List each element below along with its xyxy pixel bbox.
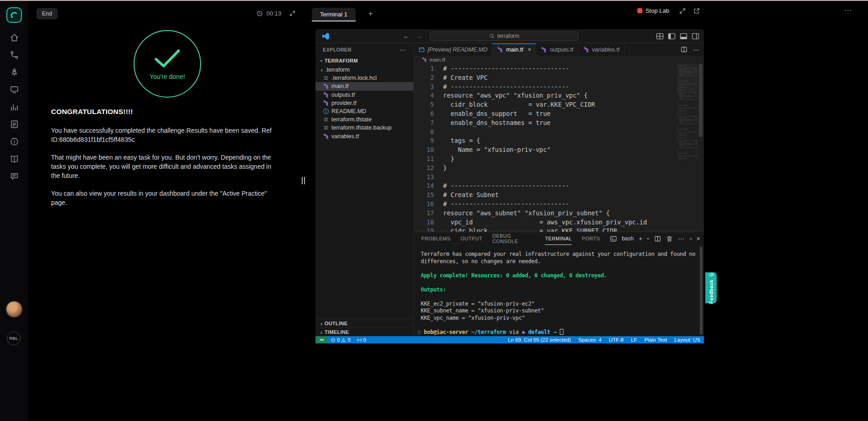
status-layout[interactable]: Layout: US	[671, 336, 704, 343]
nav-forward-icon[interactable]: →	[413, 32, 425, 40]
rocket-icon[interactable]	[10, 68, 19, 77]
code-line-12[interactable]: 12}	[414, 164, 672, 173]
code-line-1[interactable]: 1# --------------------------------	[414, 64, 672, 73]
stop-lab-button[interactable]: Stop Lab	[635, 7, 672, 15]
chart-icon[interactable]	[10, 102, 19, 112]
user-avatar[interactable]	[6, 301, 22, 317]
explorer-more-icon[interactable]: ⋯	[400, 46, 406, 53]
search-box[interactable]: terraform	[430, 31, 579, 41]
nav-back-icon[interactable]: ←	[400, 32, 413, 40]
end-button[interactable]: End	[36, 8, 57, 19]
file-item-terraform.tfstate.backup[interactable]: terraform.tfstate.backup	[315, 124, 413, 132]
code-line-9[interactable]: 9 tags = {	[414, 136, 672, 146]
rbl-badge[interactable]: RBL	[7, 332, 21, 345]
section-timeline[interactable]: ›TIMELINE	[315, 327, 413, 336]
problems-indicator[interactable]: 0 0	[327, 336, 354, 343]
code-line-5[interactable]: 5 cidr_block = var.KKE_VPC_CIDR	[414, 100, 672, 109]
line-number: 1	[414, 64, 434, 73]
code-line-3[interactable]: 3# --------------------------------	[414, 83, 672, 92]
terminal-workspace-tab[interactable]: Terminal 1	[312, 8, 356, 21]
panel-tab-terminal[interactable]: TERMINAL	[545, 232, 572, 245]
panel-resizer[interactable]	[302, 177, 305, 184]
file-item-outputs.tf[interactable]: outputs.tf	[315, 91, 413, 99]
panel-tab-problems[interactable]: PROBLEMS	[421, 232, 450, 245]
minimap[interactable]: # --------------------------------# Crea…	[677, 64, 698, 232]
code-line-7[interactable]: 7 enable_dns_hostnames = true	[414, 119, 672, 128]
code-line-8[interactable]: 8	[414, 128, 672, 137]
explorer-root-folder[interactable]: › TERRAFORM	[315, 56, 413, 66]
app-logo[interactable]	[6, 7, 22, 23]
fullscreen-icon[interactable]	[679, 7, 686, 15]
file-item-variables.tf[interactable]: variables.tf	[315, 132, 413, 140]
code-editor[interactable]: 1# --------------------------------2# Cr…	[414, 64, 704, 232]
maximize-panel-icon[interactable]: ›	[687, 238, 694, 239]
code-line-14[interactable]: 14# --------------------------------	[414, 182, 672, 191]
remote-indicator[interactable]: ><	[315, 336, 327, 343]
editor-tab--preview-readme.md[interactable]: [Preview] README.MD	[414, 43, 492, 56]
file-item-terraform.tfstate[interactable]: terraform.tfstate	[315, 115, 413, 124]
code-line-19[interactable]: 19 cidr_block = var.KKE_SUBNET_CIDR	[414, 227, 672, 232]
ports-indicator[interactable]: 0	[354, 336, 369, 343]
info-icon[interactable]	[10, 137, 19, 146]
workflow-icon[interactable]	[10, 50, 19, 60]
code-line-18[interactable]: 18 vpc_id = aws_vpc.xfusion_priv_vpc.id	[414, 218, 672, 227]
code-line-4[interactable]: 4resource "aws_vpc" "xfusion_priv_vpc" {	[414, 91, 672, 100]
code-line-6[interactable]: 6 enable_dns_support = true	[414, 109, 672, 119]
book-icon[interactable]	[10, 154, 19, 164]
add-terminal-tab-button[interactable]: +	[366, 9, 376, 18]
editor-tab-variables.tf[interactable]: variables.tf	[579, 43, 625, 56]
editor-tab-outputs.tf[interactable]: outputs.tf	[536, 43, 578, 56]
split-editor-icon[interactable]	[681, 46, 687, 53]
home-icon[interactable]	[10, 33, 19, 42]
file-item-provider.tf[interactable]: provider.tf	[315, 99, 413, 107]
file-item-README.MD[interactable]: README.MD	[315, 107, 413, 115]
close-tab-icon[interactable]: ×	[528, 46, 532, 53]
panel-tab-output[interactable]: OUTPUT	[460, 232, 482, 245]
vscode-logo-icon[interactable]	[322, 32, 330, 40]
editor-tab-main.tf[interactable]: main.tf×	[492, 43, 536, 56]
status-plain-text[interactable]: Plain Text	[641, 336, 671, 343]
file-item-.terraform[interactable]: ›.terraform	[315, 66, 413, 74]
split-terminal-icon[interactable]	[654, 235, 661, 242]
panel-tab-debug-console[interactable]: DEBUG CONSOLE	[492, 232, 535, 245]
chat-icon[interactable]	[10, 172, 19, 181]
feedback-button[interactable]: Feedback	[705, 272, 717, 303]
breadcrumb[interactable]: main.tf	[414, 56, 704, 64]
toggle-sidebar-icon[interactable]	[668, 33, 676, 40]
terminal-scrollbar[interactable]	[700, 247, 703, 334]
toggle-panel-icon[interactable]	[680, 33, 687, 40]
open-in-new-icon[interactable]	[693, 7, 700, 15]
new-terminal-button[interactable]: +	[639, 235, 642, 242]
code-line-10[interactable]: 10 Name = "xfusion-priv-vpc"	[414, 146, 672, 155]
overflow-menu-icon[interactable]: ⋯	[844, 6, 852, 15]
code-line-13[interactable]: 13	[414, 173, 672, 182]
status-ln-69[interactable]: Ln 69, Col 55 (22 selected)	[504, 336, 574, 343]
status-lf[interactable]: LF	[627, 336, 641, 343]
status-utf-8[interactable]: UTF-8	[605, 336, 627, 343]
toggle-secondary-sidebar-icon[interactable]	[692, 33, 699, 40]
shell-label[interactable]: bash	[622, 235, 634, 242]
terminal-output[interactable]: Terraform has compared your real infrast…	[414, 245, 704, 336]
code-line-11[interactable]: 11 }	[414, 155, 672, 164]
terminal-profile-dropdown-icon[interactable]: ›	[645, 238, 652, 239]
notes-icon[interactable]	[10, 120, 19, 129]
code-line-2[interactable]: 2# Create VPC	[414, 73, 672, 83]
code-line-16[interactable]: 16# --------------------------------	[414, 200, 672, 209]
panel-tab-ports[interactable]: PORTS	[582, 232, 600, 245]
editor-more-icon[interactable]: ⋯	[693, 46, 699, 53]
expand-lesson-icon[interactable]	[289, 10, 296, 17]
customize-layout-icon[interactable]	[656, 33, 664, 40]
kill-terminal-icon[interactable]	[666, 235, 673, 242]
close-panel-icon[interactable]: ×	[697, 235, 700, 242]
panel-more-icon[interactable]: ⋯	[678, 235, 684, 242]
section-outline[interactable]: ›OUTLINE	[315, 319, 413, 327]
terminal-prompt[interactable]: ○ bob@iac-server ~/terraform via ◆ defau…	[418, 329, 695, 336]
file-item-.terraform.lock.hcl[interactable]: .terraform.lock.hcl	[315, 74, 413, 82]
status-spaces[interactable]: Spaces: 4	[574, 336, 605, 343]
code-line-17[interactable]: 17resource "aws_subnet" "xfusion_priv_su…	[414, 209, 672, 218]
file-item-main.tf[interactable]: main.tf	[315, 82, 413, 90]
editor-scrollbar[interactable]	[698, 64, 704, 232]
file-icon	[322, 75, 329, 82]
monitor-icon[interactable]	[10, 85, 19, 94]
code-line-15[interactable]: 15# Create Subnet	[414, 191, 672, 200]
